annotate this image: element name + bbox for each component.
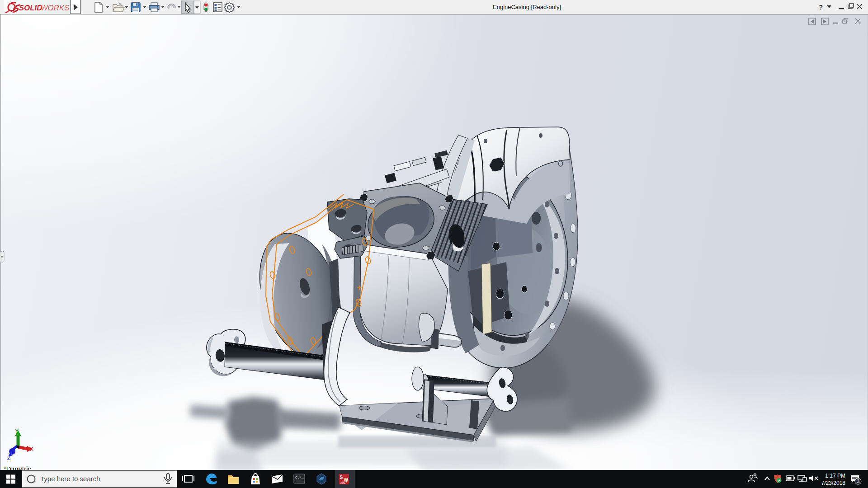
svg-text:?: ? (819, 3, 823, 11)
svg-text:2017: 2017 (340, 481, 347, 484)
svg-text:3: 3 (857, 479, 860, 484)
svg-text:Type here to search: Type here to search (40, 475, 100, 483)
svg-text:Z: Z (7, 455, 10, 461)
svg-text:X: X (30, 446, 33, 452)
svg-text:WORKS: WORKS (41, 4, 69, 12)
svg-text:C:\_: C:\_ (295, 475, 304, 479)
svg-text:S: S (340, 475, 343, 480)
svg-text:SOLID: SOLID (19, 4, 42, 12)
